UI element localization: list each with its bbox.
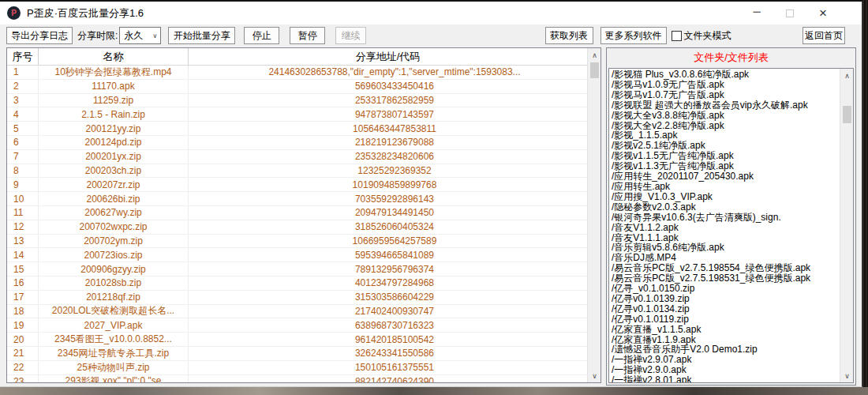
table-row[interactable]: 13200702ym.zip1066959564257589 — [7, 235, 600, 249]
table-row[interactable]: 16201028sb.zip401234797284968 — [7, 276, 600, 291]
table-scrollbar-thumb[interactable] — [590, 62, 599, 78]
file-name: 200203ch.zip — [39, 164, 189, 178]
file-list-scrollbar-thumb[interactable] — [843, 106, 851, 123]
table-row[interactable]: 10200626bi.zip703559292896143 — [7, 192, 600, 206]
file-list-item[interactable]: /影视马v1.0.9无广告版.apk — [612, 80, 839, 90]
file-name: 200207zr.zip — [39, 178, 189, 191]
close-button[interactable]: × — [806, 2, 840, 24]
export-log-button[interactable]: 导出分享日志 — [6, 27, 73, 44]
back-home-button[interactable]: 返回首页 — [803, 27, 845, 44]
chevron-down-icon: ∨ — [152, 32, 157, 40]
table-row[interactable]: 6200124pd.zip218219123679088 — [7, 136, 600, 150]
file-name: 2020LOL突破检测取超长名... — [39, 305, 189, 318]
file-list-item[interactable]: /银河奇异果v10.6.3(去广告清爽版)_sign. — [612, 213, 839, 223]
file-list-scrollbar[interactable]: ∧ ∨ — [840, 69, 853, 382]
file-panel-title: 文件夹/文件列表 — [607, 48, 855, 67]
share-code: 638968730716323 — [189, 318, 600, 332]
share-limit-select[interactable]: 永久 ∨ — [119, 27, 161, 44]
header-name: 名称 — [39, 48, 189, 65]
file-list: /影视猫 Plus_v3.0.8.6纯净版.apk/影视马v1.0.9无广告版.… — [612, 70, 839, 382]
desktop-edge-right — [862, 0, 868, 395]
file-name: 200723ios.zip — [39, 248, 189, 261]
file-list-item[interactable]: /亿家直播_v1.1.5.apk — [612, 325, 839, 335]
start-batch-share-button[interactable]: 开始批量分享 — [168, 27, 235, 44]
app-window: P P歪皮·百度云批量分享1.6 ─ × 导出分享日志 分享时限: 永久 ∨ 开… — [0, 2, 862, 387]
table-row[interactable]: 311259.zip253317862582959 — [7, 94, 600, 108]
row-index: 2 — [7, 80, 39, 93]
file-list-item[interactable]: /影视马v1.0.7无广告版.apk — [612, 90, 839, 100]
file-name: 11170.apk — [39, 80, 189, 93]
share-code: 1019094859899768 — [189, 178, 600, 191]
row-index: 10 — [7, 192, 39, 205]
file-list-item[interactable]: /应用搜_V1.0.3_VIP.apk — [612, 192, 839, 202]
table-row[interactable]: 11200627wy.zip209479134491450 — [7, 206, 600, 220]
table-row[interactable]: 17201218qf.zip315303586604229 — [7, 291, 600, 305]
table-row[interactable]: 5200121yy.zip1056463447853811 — [7, 122, 600, 136]
table-row[interactable]: 2225种动物叫声.zip150105161375551 — [7, 361, 600, 375]
table-row[interactable]: 8200203ch.zip12325292369352 — [7, 164, 600, 179]
table-row[interactable]: 110秒钟学会抠绿幕教程.mp4241463028653788,"dir_emp… — [7, 66, 600, 80]
file-list-item[interactable]: /隐秘参数v2.0.3.apk — [612, 202, 839, 213]
window-controls: ─ × — [740, 2, 862, 24]
file-list-item[interactable]: /影视猫 Plus_v3.0.8.6纯净版.apk — [612, 70, 839, 80]
toolbar: 导出分享日志 分享时限: 永久 ∨ 开始批量分享 停止 暂停 继续 获取列表 更… — [0, 24, 862, 47]
table-row[interactable]: 9200207zr.zip1019094859899768 — [7, 178, 600, 192]
file-list-item[interactable]: /音友V1.1.2.apk — [612, 223, 839, 233]
file-list-item[interactable]: /应用转生.apk — [612, 182, 839, 192]
get-list-button[interactable]: 获取列表 — [545, 27, 593, 44]
row-index: 15 — [7, 262, 39, 276]
file-name: 200702wxpc.zip — [39, 220, 189, 234]
share-code: 218219123679088 — [189, 136, 600, 149]
table-body: 110秒钟学会抠绿幕教程.mp4241463028653788,"dir_emp… — [7, 66, 600, 383]
table-row[interactable]: 192027_VIP.apk638968730716323 — [7, 318, 600, 333]
file-list-item[interactable]: /影视联盟 超强大的播放器会员vip永久破解.apk — [612, 100, 839, 111]
folder-mode-checkbox[interactable] — [672, 31, 682, 41]
folder-mode-label: 文件夹模式 — [684, 29, 731, 43]
header-index: 序号 — [7, 48, 39, 65]
table-header: 序号 名称 分享地址/代码 — [7, 48, 600, 66]
scroll-up-icon[interactable]: ∧ — [840, 69, 854, 82]
desktop-edge-bottom — [0, 387, 868, 395]
scroll-down-icon[interactable]: ∨ — [840, 369, 854, 382]
row-index: 1 — [7, 66, 39, 79]
table-scrollbar[interactable]: ∧ ∨ — [587, 48, 600, 382]
share-code: 569603433450416 — [189, 80, 600, 93]
maximize-button[interactable] — [773, 2, 806, 24]
table-row[interactable]: 14200723ios.zip595394665841089 — [7, 248, 600, 262]
row-index: 14 — [7, 248, 39, 261]
scroll-down-icon[interactable]: ∨ — [588, 369, 601, 382]
share-code: 12325292369352 — [189, 164, 600, 178]
file-list-item[interactable]: /一指禅v2.8.01.apk — [612, 375, 839, 382]
table-row[interactable]: 42.1.5 - Rain.zip947873807143597 — [7, 107, 600, 122]
table-row[interactable]: 202345看图王_v10.0.0.8852...961420185100542 — [7, 333, 600, 347]
row-index: 19 — [7, 318, 39, 332]
file-name: 200121yy.zip — [39, 122, 189, 135]
share-code: 789132956796374 — [189, 262, 600, 276]
table-row[interactable]: 211170.apk569603433450416 — [7, 80, 600, 94]
more-software-button[interactable]: 更多系列软件 — [600, 27, 667, 44]
table-row[interactable]: 12200702wxpc.zip318526060405324 — [7, 220, 600, 235]
file-name: 200201yx.zip — [39, 150, 189, 164]
stop-button[interactable]: 停止 — [244, 27, 279, 44]
share-code: 1056463447853811 — [189, 122, 600, 135]
table-row[interactable]: 15200906gzyy.zip789132956796374 — [7, 262, 600, 276]
minimize-icon: ─ — [753, 6, 760, 17]
share-code: 217402400930747 — [189, 305, 600, 318]
table-row[interactable]: 182020LOL突破检测取超长名...217402400930747 — [7, 305, 600, 319]
table-row[interactable]: 212345网址导航专杀工具.zip326243341550586 — [7, 347, 600, 361]
minimize-button[interactable]: ─ — [740, 2, 773, 24]
folder-mode-option[interactable]: 文件夹模式 — [672, 29, 731, 43]
file-list-item[interactable]: /亿寻v0.1.0139.zip — [612, 294, 839, 304]
file-list-item[interactable]: /亿寻_v0.1.0150.zip — [612, 284, 839, 294]
table-row[interactable]: 7200201yx.zip235328234820606 — [7, 150, 600, 164]
file-list-item[interactable]: /亿寻v0.1.0134.zip — [612, 304, 839, 314]
pause-button[interactable]: 暂停 — [290, 27, 325, 44]
share-code: 209479134491450 — [189, 206, 600, 220]
file-name: 25种动物叫声.zip — [39, 361, 189, 374]
scroll-up-icon[interactable]: ∧ — [588, 48, 601, 62]
file-list-item[interactable]: /影视大全v3.8.8纯净版.apk — [612, 111, 839, 121]
table-row[interactable]: 23293影视.xox","pl":0,"se882142740624390 — [7, 375, 600, 383]
share-limit-value: 永久 — [124, 29, 143, 43]
share-code: 595394665841089 — [189, 248, 600, 261]
file-list-item[interactable]: /亿寻v0.1.0119.zip — [612, 314, 839, 325]
